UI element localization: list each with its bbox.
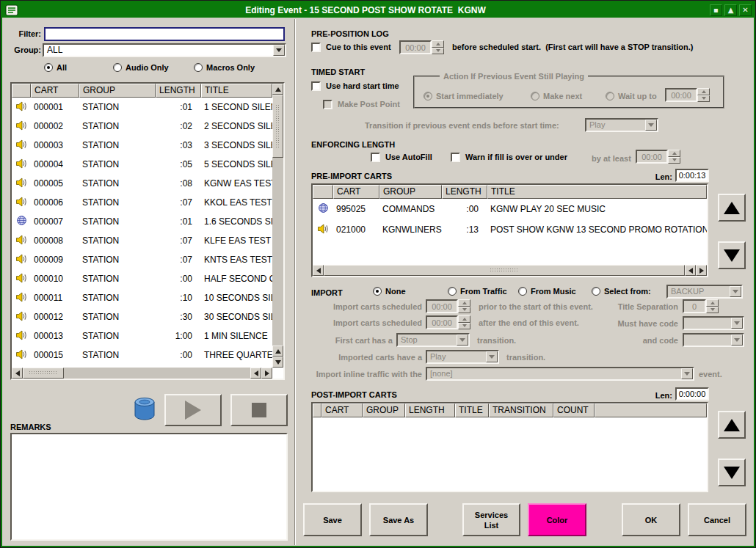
table-header-transition[interactable]: TRANSITION — [489, 403, 553, 417]
scroll-left-icon[interactable] — [313, 265, 324, 276]
table-header-length[interactable]: LENGTH — [156, 84, 201, 98]
scroll-up-icon[interactable] — [272, 84, 283, 95]
table-row[interactable]: 000012 STATION :30 30 SECONDS SILE — [12, 307, 272, 326]
scroll-left-icon[interactable] — [685, 265, 696, 276]
vertical-scrollbar[interactable] — [272, 84, 283, 368]
cart-number-cell: 000011 — [31, 293, 79, 303]
cart-length-cell: :02 — [156, 121, 201, 131]
group-select[interactable]: ALL — [43, 43, 286, 57]
use-autofill-label: Use AutoFill — [385, 153, 432, 161]
table-header-spacer[interactable] — [12, 84, 31, 98]
radio-import-music[interactable] — [518, 287, 527, 296]
table-row[interactable]: 000015 STATION :00 THREE QUARTER — [12, 346, 272, 365]
color-button[interactable]: Color — [528, 503, 586, 536]
remarks-textarea[interactable] — [10, 433, 288, 541]
table-row[interactable]: 000009 STATION :07 KNTS EAS TEST IN — [12, 250, 272, 269]
use-autofill-checkbox[interactable] — [371, 153, 380, 162]
cart-title-cell: 1 SECOND SILENC — [201, 102, 272, 112]
maximize-button[interactable]: ▲ — [724, 4, 737, 16]
editing-event-window: Editing Event - 15 SECOND POST SHOW ROTA… — [0, 0, 756, 548]
scrollbar-thumb[interactable] — [272, 95, 283, 158]
action-group-title: Action If Previous Event Still Playing — [440, 72, 588, 81]
title-bar[interactable]: Editing Event - 15 SECOND POST SHOW ROTA… — [2, 2, 754, 18]
close-button[interactable]: ✕ — [739, 4, 752, 16]
table-row[interactable]: 000013 STATION 1:00 1 MIN SILENCE — [12, 326, 272, 346]
table-header-length[interactable]: LENGTH — [405, 403, 455, 417]
table-header-title[interactable]: TITLE — [201, 84, 272, 98]
table-header-spacer[interactable] — [313, 403, 321, 417]
scrollbar-thumb[interactable] — [324, 265, 685, 276]
table-row[interactable]: 000010 STATION :00 HALF SECOND OF — [12, 269, 272, 288]
radio-audio-only[interactable] — [113, 63, 122, 72]
stop-button[interactable] — [230, 394, 288, 426]
table-row[interactable]: 000002 STATION :02 2 SECONDS SILEN — [12, 117, 272, 136]
table-row[interactable]: 000011 STATION :10 10 SECONDS SILE — [12, 288, 272, 307]
minimize-button[interactable]: ▪ — [710, 4, 722, 16]
warn-fill-checkbox[interactable] — [451, 153, 460, 162]
table-header-length[interactable]: LENGTH — [442, 185, 487, 199]
table-row[interactable]: 000003 STATION :03 3 SECONDS SILEN — [12, 136, 272, 155]
scrollbar-track[interactable] — [64, 368, 250, 379]
table-row[interactable]: 000001 STATION :01 1 SECOND SILENC — [12, 98, 272, 117]
speaker-icon — [15, 158, 27, 172]
pre-import-move-down-button[interactable] — [718, 241, 746, 269]
scrollbar-track[interactable] — [272, 158, 283, 346]
table-header-cart[interactable]: CART — [333, 185, 379, 199]
table-header-count[interactable]: COUNT — [553, 403, 595, 417]
table-header-group[interactable]: GROUP — [79, 84, 156, 98]
ok-button[interactable]: OK — [622, 503, 680, 536]
cart-number-cell: 000001 — [31, 102, 79, 112]
save-as-button[interactable]: Save As — [369, 503, 428, 536]
horizontal-scrollbar[interactable] — [12, 368, 272, 379]
table-header-title[interactable]: TITLE — [455, 403, 489, 417]
radio-macros-only[interactable] — [194, 63, 203, 72]
cue-to-event-checkbox[interactable] — [311, 43, 321, 52]
scroll-down-icon[interactable] — [272, 357, 283, 368]
table-header-title[interactable]: TITLE — [487, 185, 707, 199]
chevron-down-icon[interactable] — [273, 45, 285, 56]
table-header-cart[interactable]: CART — [321, 403, 363, 417]
scroll-right-icon[interactable] — [696, 265, 707, 276]
scroll-left-icon[interactable] — [250, 368, 261, 379]
play-button[interactable] — [164, 394, 222, 426]
table-header-spacer[interactable] — [313, 185, 333, 199]
filter-input[interactable] — [44, 27, 285, 41]
post-import-move-down-button[interactable] — [718, 459, 746, 486]
save-button[interactable]: Save — [303, 503, 362, 536]
chevron-down-icon — [457, 335, 468, 346]
radio-import-select-from[interactable] — [592, 287, 600, 296]
table-header-group[interactable]: GROUP — [379, 185, 442, 199]
radio-import-traffic[interactable] — [448, 287, 457, 296]
cart-type-cell — [313, 202, 333, 216]
scroll-up-icon[interactable] — [272, 346, 283, 357]
table-row[interactable]: 000008 STATION :07 KLFE EAS TEST IN — [12, 231, 272, 250]
cart-number-cell: 000003 — [31, 140, 79, 150]
cart-type-cell — [12, 120, 31, 134]
scrollbar-thumb[interactable] — [23, 368, 64, 379]
chevron-down-icon — [731, 318, 743, 329]
table-header-group[interactable]: GROUP — [363, 403, 405, 417]
cue-to-event-label: Cue to this event — [326, 43, 391, 51]
radio-make-next-label: Make next — [543, 92, 582, 101]
wait-time-spinbox: 00:00 — [665, 88, 710, 102]
table-row[interactable]: 995025 COMMANDS :00 KGNW PLAY 20 SEC MUS… — [313, 199, 707, 219]
radio-all[interactable] — [44, 63, 53, 72]
horizontal-scrollbar[interactable] — [313, 265, 707, 276]
table-row[interactable]: 000006 STATION :07 KKOL EAS TEST IN — [12, 193, 272, 212]
use-hard-start-checkbox[interactable] — [311, 81, 321, 91]
cancel-button[interactable]: Cancel — [688, 503, 746, 536]
scroll-left-icon[interactable] — [12, 368, 23, 379]
services-list-button[interactable]: Services List — [462, 503, 520, 536]
radio-import-none[interactable] — [373, 287, 382, 296]
post-import-move-up-button[interactable] — [718, 411, 746, 439]
transition-select: Play — [585, 118, 658, 132]
cart-title-cell: 10 SECONDS SILE — [201, 293, 272, 303]
speaker-icon — [15, 291, 27, 305]
scroll-right-icon[interactable] — [261, 368, 272, 379]
table-row[interactable]: 021000 KGNWLINERS :13 POST SHOW KGNW 13 … — [313, 219, 707, 240]
table-header-cart[interactable]: CART — [31, 84, 79, 98]
table-row[interactable]: 000007 STATION :01 1.6 SECONDS SIL — [12, 212, 272, 231]
table-row[interactable]: 000004 STATION :05 5 SECONDS SILEN — [12, 155, 272, 174]
pre-import-move-up-button[interactable] — [718, 194, 746, 222]
table-row[interactable]: 000005 STATION :08 KGNW EAS TEST — [12, 174, 272, 193]
